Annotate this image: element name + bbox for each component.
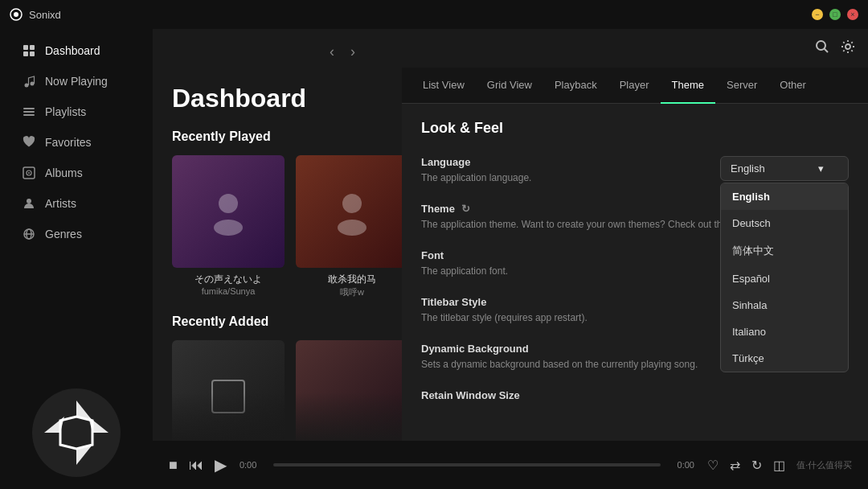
sidebar-item-dashboard-label: Dashboard: [45, 44, 100, 57]
language-label: Language: [421, 156, 710, 168]
shuffle-icon[interactable]: ⇄: [730, 458, 740, 473]
lang-option-italiano[interactable]: Italiano: [721, 318, 848, 345]
player-controls: ■ ⏮ ▶: [169, 455, 227, 475]
sidebar-item-favorites-label: Favorites: [45, 136, 92, 149]
list-item[interactable]: 敢杀我的马 哦呼w: [296, 155, 408, 298]
list-item[interactable]: [296, 340, 408, 441]
tab-other[interactable]: Other: [768, 68, 817, 104]
titlebar: Sonixd − □ ×: [0, 0, 868, 29]
repeat-icon[interactable]: ↻: [751, 458, 762, 473]
settings-section-title: Look & Feel: [421, 120, 849, 137]
svg-point-6: [25, 84, 29, 88]
chevron-down-icon: ▾: [818, 162, 824, 175]
app-icon: [10, 8, 23, 21]
player-right-icons: ♡ ⇄ ↻ ◫ 值·什么值得买: [707, 458, 852, 473]
album-icon: [23, 166, 35, 179]
svg-point-24: [817, 41, 825, 50]
favorite-icon[interactable]: ♡: [707, 458, 719, 473]
svg-point-28: [214, 220, 243, 236]
time-total: 0:00: [669, 460, 694, 470]
svg-point-1: [14, 12, 18, 17]
svg-rect-2: [23, 45, 28, 50]
music-icon: [23, 75, 35, 88]
svg-line-25: [825, 48, 829, 52]
settings-panel: List View Grid View Playback Player Them…: [402, 68, 868, 441]
sidebar-item-now-playing[interactable]: Now Playing: [6, 67, 146, 96]
stop-button[interactable]: ■: [169, 457, 178, 474]
tab-list-view[interactable]: List View: [411, 68, 476, 104]
list-item[interactable]: その声えないよ fumika/Sunya: [172, 155, 285, 298]
svg-point-14: [27, 199, 31, 203]
sidebar-item-playlists[interactable]: Playlists: [6, 97, 146, 126]
sidebar-item-favorites[interactable]: Favorites: [6, 128, 146, 157]
forward-button[interactable]: ›: [346, 42, 360, 62]
list-item[interactable]: 北京北京: [172, 340, 285, 441]
lang-option-deutsch[interactable]: Deutsch: [721, 210, 848, 236]
heart-icon: [23, 136, 35, 149]
lang-option-chinese[interactable]: 简体中文: [721, 236, 848, 265]
play-button[interactable]: ▶: [215, 455, 227, 475]
sidebar-item-playlists-label: Playlists: [45, 105, 86, 118]
close-button[interactable]: ×: [847, 9, 858, 20]
sidebar-item-albums-label: Albums: [45, 166, 83, 179]
window-controls: − □ ×: [812, 9, 858, 20]
titlebar-desc: The titlebar style (requires app restart…: [421, 310, 710, 325]
globe-icon: [23, 228, 35, 240]
volume-icon[interactable]: ◫: [773, 458, 785, 473]
settings-row-retain-window: Retain Window Size: [421, 389, 849, 401]
language-dropdown-list: English Deutsch 简体中文 Español Sinhala Ita…: [720, 183, 849, 372]
lang-option-turkce[interactable]: Türkçe: [721, 345, 848, 372]
sidebar: Dashboard Now Playing Playlists Favorite…: [0, 29, 153, 489]
lang-option-sinhala[interactable]: Sinhala: [721, 292, 848, 318]
album-name: 敢杀我的马: [296, 273, 408, 286]
svg-rect-3: [30, 45, 35, 50]
language-selected-value: English: [731, 162, 765, 175]
svg-point-29: [342, 194, 362, 213]
topbar: ‹ ›: [153, 29, 868, 68]
tab-theme[interactable]: Theme: [661, 68, 715, 104]
settings-icon[interactable]: [841, 39, 855, 58]
svg-rect-10: [23, 114, 35, 116]
progress-area: 0:00 0:00: [240, 460, 694, 470]
minimize-button[interactable]: −: [812, 9, 823, 20]
sidebar-item-genres-label: Genres: [45, 228, 82, 240]
sidebar-item-dashboard[interactable]: Dashboard: [6, 36, 146, 65]
tab-grid-view[interactable]: Grid View: [476, 68, 543, 104]
svg-point-27: [219, 194, 238, 213]
nav-arrows: ‹ ›: [305, 34, 379, 65]
sidebar-item-genres[interactable]: Genres: [6, 220, 146, 249]
retain-window-label: Retain Window Size: [421, 389, 849, 401]
list-icon: [23, 105, 35, 118]
app-logo: [28, 384, 125, 481]
tab-server[interactable]: Server: [715, 68, 768, 104]
settings-body: Look & Feel Language The application lan…: [402, 104, 868, 441]
sidebar-item-albums[interactable]: Albums: [6, 158, 146, 187]
refresh-icon[interactable]: ↻: [461, 203, 470, 215]
settings-tabs: List View Grid View Playback Player Them…: [402, 68, 868, 104]
maximize-button[interactable]: □: [829, 9, 841, 20]
album-sub: 哦呼w: [296, 286, 408, 298]
album-thumbnail: [172, 155, 285, 268]
titlebar-label: Titlebar Style: [421, 296, 710, 308]
progress-bar[interactable]: [273, 463, 661, 466]
grid-icon: [23, 44, 35, 57]
previous-button[interactable]: ⏮: [189, 457, 203, 474]
album-thumbnail: [296, 340, 408, 441]
svg-rect-8: [23, 108, 35, 109]
watermark-text: 值·什么值得买: [796, 459, 852, 471]
sidebar-item-artists-label: Artists: [45, 197, 76, 210]
back-button[interactable]: ‹: [325, 42, 339, 62]
tab-player[interactable]: Player: [608, 68, 661, 104]
lang-option-english[interactable]: English: [721, 183, 848, 210]
sidebar-item-artists[interactable]: Artists: [6, 189, 146, 218]
tab-playback[interactable]: Playback: [543, 68, 608, 104]
svg-rect-4: [23, 51, 28, 56]
album-thumbnail: [172, 340, 285, 441]
svg-rect-5: [30, 51, 35, 56]
search-icon[interactable]: [815, 39, 829, 58]
language-dropdown-button[interactable]: English ▾: [720, 156, 849, 181]
time-current: 0:00: [240, 460, 265, 470]
svg-rect-9: [23, 111, 35, 113]
svg-point-13: [28, 172, 30, 174]
lang-option-espanol[interactable]: Español: [721, 265, 848, 292]
